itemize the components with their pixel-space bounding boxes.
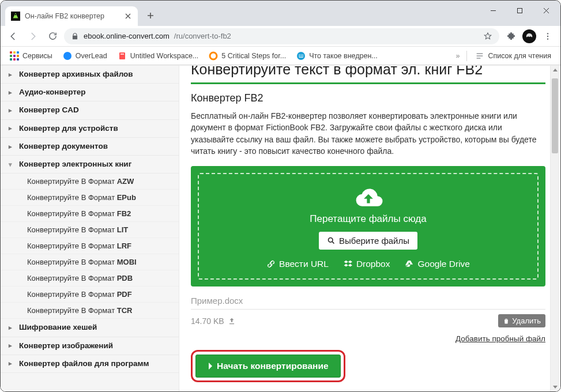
scroll-up-button[interactable] <box>551 66 559 75</box>
sidebar-sub-prefix: Конвертируйте В Формат <box>27 193 117 202</box>
sidebar-subitem[interactable]: Конвертируйте В Формат TCR <box>1 303 179 319</box>
sidebar-item[interactable]: ▸Конвертер изображений <box>1 337 179 355</box>
sidebar-subitem[interactable]: Конвертируйте В Формат AZW <box>1 174 179 190</box>
filename-input[interactable] <box>191 296 545 306</box>
page: ▸Конвертер архивных файлов ▸Аудио-конвер… <box>1 65 560 391</box>
sidebar-subitem[interactable]: Конвертируйте В Формат LRF <box>1 238 179 254</box>
scroll-thumb[interactable] <box>552 78 558 153</box>
sidebar-sub-prefix: Конвертируйте В Формат <box>27 290 117 299</box>
bookmarks-overflow[interactable]: » <box>452 52 463 60</box>
url-path: /ru/convert-to-fb2 <box>174 32 231 40</box>
bookmark-item[interactable]: OverLead <box>58 49 112 63</box>
dropbox-link[interactable]: Dropbox <box>344 259 390 269</box>
sidebar-subitem[interactable]: Конвертируйте В Формат EPub <box>1 190 179 206</box>
start-highlight: Начать конвертирование <box>191 350 345 382</box>
sidebar-item[interactable]: ▸Конвертер архивных файлов <box>1 66 179 84</box>
add-trial-file-link[interactable]: Добавить пробный файл <box>455 334 545 343</box>
dropzone[interactable]: Перетащите файлы сюда Выберите файлы Вве… <box>191 166 545 287</box>
dropbox-label: Dropbox <box>356 259 390 269</box>
sidebar-item-label: Шифрование хешей <box>19 322 97 333</box>
scroll-track[interactable] <box>551 75 559 382</box>
bookmark-label: Untitled Workspace... <box>130 52 199 60</box>
sidebar-subitem[interactable]: Конвертируйте В Формат PDB <box>1 270 179 287</box>
profile-avatar[interactable] <box>522 29 536 43</box>
gdrive-label: Google Drive <box>417 259 469 269</box>
sidebar-sub-prefix: Конвертируйте В Формат <box>27 209 117 218</box>
file-row <box>191 296 545 310</box>
sidebar-subitem[interactable]: Конвертируйте В Формат MOBI <box>1 254 179 270</box>
browser-tab[interactable]: Он-лайн FB2 конвертер <box>5 6 138 26</box>
delete-button[interactable]: Удалить <box>498 314 545 327</box>
back-button[interactable] <box>5 28 21 44</box>
page-subtitle: Конвертер FB2 <box>191 92 545 104</box>
chevron-down-icon: ▾ <box>9 160 14 169</box>
reading-list-button[interactable]: Список для чтения <box>470 49 556 63</box>
sidebar: ▸Конвертер архивных файлов ▸Аудио-конвер… <box>1 66 179 391</box>
bookmark-favicon <box>209 51 218 61</box>
sidebar-item-label: Конвертер архивных файлов <box>19 69 133 80</box>
apps-button[interactable]: Сервисы <box>5 49 57 63</box>
sidebar-subitem[interactable]: Конвертируйте В Формат LIT <box>1 222 179 238</box>
sidebar-subitem[interactable]: Конвертируйте В Формат PDF <box>1 287 179 303</box>
sidebar-item-label: Конвертер изображений <box>19 341 113 351</box>
bookmark-item[interactable]: Untitled Workspace... <box>113 49 204 63</box>
svg-point-8 <box>210 52 217 59</box>
favicon <box>11 12 20 21</box>
choose-files-label: Выберите файлы <box>339 236 409 246</box>
sidebar-item[interactable]: ▸Конвертер для устройств <box>1 120 179 138</box>
close-tab-icon[interactable] <box>124 12 132 20</box>
choose-files-button[interactable]: Выберите файлы <box>319 232 417 250</box>
sidebar-subitem[interactable]: Конвертируйте В Формат FB2 <box>1 206 179 222</box>
delete-label: Удалить <box>512 316 541 325</box>
sidebar-sub-prefix: Конвертируйте В Формат <box>27 177 117 186</box>
new-tab-button[interactable] <box>142 7 159 24</box>
bookmark-item[interactable]: ШЧто такое внедрен... <box>292 49 382 63</box>
sidebar-sub-format: FB2 <box>117 209 131 218</box>
chevron-right-icon: ▸ <box>9 70 14 79</box>
sidebar-item[interactable]: ▸Конвертер файлов для программ <box>1 355 179 373</box>
chevron-right-icon: ▸ <box>9 124 14 133</box>
sidebar-item[interactable]: ▸Аудио-конвертер <box>1 84 179 101</box>
sidebar-sub-format: PDF <box>117 290 132 299</box>
bookmark-favicon <box>118 51 127 61</box>
kebab-menu[interactable] <box>540 28 556 44</box>
sidebar-item-label: Конвертер файлов для программ <box>19 359 149 369</box>
page-description: Бесплатный он-лайн FB2-конвертер позволя… <box>191 110 545 157</box>
sidebar-item[interactable]: ▸Шифрование хешей <box>1 319 179 337</box>
toolbar: ebook.online-convert.com/ru/convert-to-f… <box>1 26 560 47</box>
link-icon <box>266 259 276 269</box>
bookmark-label: OverLead <box>76 52 107 60</box>
scroll-down-button[interactable] <box>551 382 559 391</box>
sidebar-item[interactable]: ▸Конвертер документов <box>1 138 179 156</box>
window-controls <box>480 2 559 19</box>
sidebar-item-expanded[interactable]: ▾Конвертер электронных книг <box>1 156 179 174</box>
sidebar-item-label: Конвертер электронных книг <box>19 159 131 169</box>
close-window-button[interactable] <box>533 2 559 19</box>
extensions-button[interactable] <box>503 28 519 44</box>
bookmark-star-icon[interactable] <box>483 32 492 41</box>
url-host: ebook.online-convert.com <box>84 32 170 40</box>
reading-list-label: Список для чтения <box>488 52 551 60</box>
address-bar[interactable]: ebook.online-convert.com/ru/convert-to-f… <box>64 28 499 44</box>
tab-title: Он-лайн FB2 конвертер <box>25 12 104 20</box>
sidebar-sub-prefix: Конвертируйте В Формат <box>27 306 117 315</box>
forward-button[interactable] <box>25 28 41 44</box>
titlebar: Он-лайн FB2 конвертер <box>1 1 560 26</box>
bookmark-item[interactable]: 5 Critical Steps for... <box>204 49 291 63</box>
sidebar-item[interactable]: ▸Конвертер CAD <box>1 101 179 119</box>
enter-url-link[interactable]: Ввести URL <box>266 259 329 269</box>
bookmark-label: Что такое внедрен... <box>309 52 378 60</box>
svg-point-2 <box>547 33 548 34</box>
gdrive-link[interactable]: Google Drive <box>405 259 469 269</box>
scrollbar[interactable] <box>550 66 559 391</box>
minimize-button[interactable] <box>480 2 506 19</box>
sidebar-item-label: Конвертер для устройств <box>19 123 118 134</box>
svg-rect-6 <box>119 52 125 59</box>
svg-point-5 <box>63 52 71 60</box>
sidebar-sub-prefix: Конвертируйте В Формат <box>27 258 117 266</box>
maximize-button[interactable] <box>506 2 533 19</box>
start-convert-button[interactable]: Начать конвертирование <box>195 355 341 378</box>
chevron-right-icon: ▸ <box>9 142 14 151</box>
bookmark-favicon <box>63 51 72 61</box>
reload-button[interactable] <box>44 28 61 44</box>
